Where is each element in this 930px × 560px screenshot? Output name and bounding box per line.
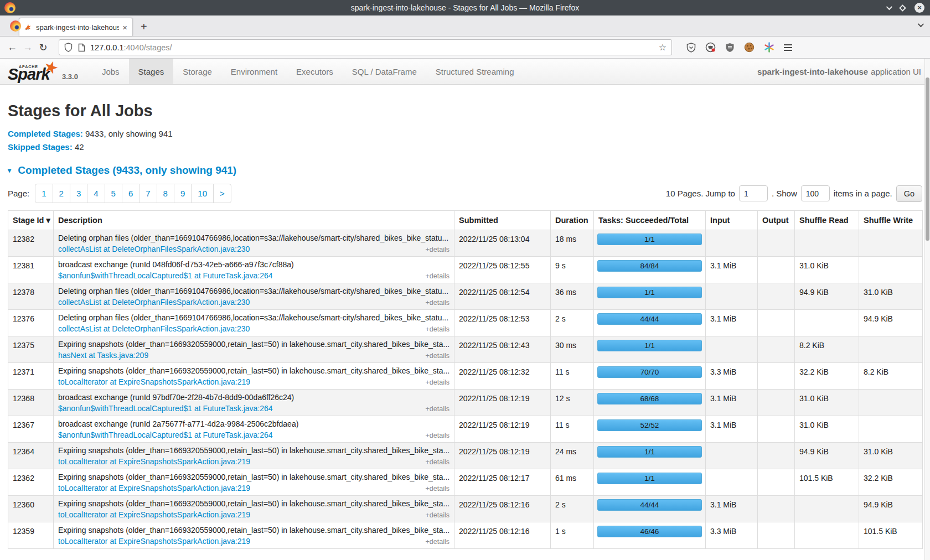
page-scrollbar[interactable] xyxy=(924,59,930,560)
details-toggle[interactable]: +details xyxy=(426,299,450,307)
go-button[interactable]: Go xyxy=(896,185,922,202)
completed-stages-label[interactable]: Completed Stages: xyxy=(8,129,83,138)
column-header-output[interactable]: Output xyxy=(758,211,795,230)
tasks-progress-bar: 68/68 xyxy=(597,393,702,405)
details-toggle[interactable]: +details xyxy=(426,378,450,386)
stage-callsite-link[interactable]: toLocalIterator at ExpireSnapshotsSparkA… xyxy=(58,510,250,519)
column-header-stage-id[interactable]: Stage Id ▾ xyxy=(8,211,54,230)
nav-tab-stages[interactable]: Stages xyxy=(129,59,174,84)
column-header-shuffle-read[interactable]: Shuffle Read xyxy=(795,211,859,230)
application-name: spark-ingest-into-lakehouse xyxy=(757,67,868,76)
url-bar[interactable]: 127.0.0.1:4040/stages/ ☆ xyxy=(59,39,672,55)
page-button-6[interactable]: 6 xyxy=(122,184,139,203)
minimize-icon[interactable] xyxy=(886,4,892,10)
page-info-icon[interactable] xyxy=(78,43,85,52)
refresh-button[interactable]: ↻ xyxy=(35,42,51,54)
output-cell xyxy=(758,310,795,336)
page-button-9[interactable]: 9 xyxy=(174,184,191,203)
tab-title: spark-ingest-into-lakehous xyxy=(36,23,119,32)
page-title: Stages for All Jobs xyxy=(8,102,922,120)
stage-callsite-link[interactable]: $anonfun$withThreadLocalCaptured$1 at Fu… xyxy=(58,404,273,413)
nav-tab-executors[interactable]: Executors xyxy=(287,59,343,84)
ublock-shield-icon[interactable] xyxy=(725,43,735,53)
shuffle-read-cell xyxy=(795,496,859,522)
submitted-cell: 2022/11/25 08:12:19 xyxy=(454,443,551,469)
stage-callsite-link[interactable]: $anonfun$withThreadLocalCaptured$1 at Fu… xyxy=(58,431,273,439)
nav-tab-structured-streaming[interactable]: Structured Streaming xyxy=(426,59,524,84)
maximize-icon[interactable] xyxy=(899,4,906,12)
section-title: Completed Stages (9433, only showing 941… xyxy=(18,164,236,176)
browser-tab[interactable]: spark-ingest-into-lakehous × xyxy=(19,18,133,36)
close-window-icon[interactable]: × xyxy=(914,3,924,13)
table-row: 12376 Deleting orphan files (older_than=… xyxy=(8,310,923,336)
bookmark-star-icon[interactable]: ☆ xyxy=(659,42,666,53)
stage-callsite-link[interactable]: toLocalIterator at ExpireSnapshotsSparkA… xyxy=(58,537,250,546)
jump-to-page-input[interactable] xyxy=(739,185,768,201)
column-header-shuffle-write[interactable]: Shuffle Write xyxy=(859,211,923,230)
shuffle-read-cell xyxy=(795,310,859,336)
menu-icon[interactable] xyxy=(784,43,792,53)
details-toggle[interactable]: +details xyxy=(426,405,450,413)
page-button-3[interactable]: 3 xyxy=(70,184,87,203)
submitted-cell: 2022/11/25 08:12:53 xyxy=(454,310,551,336)
column-header-description[interactable]: Description xyxy=(54,211,454,230)
details-toggle[interactable]: +details xyxy=(426,246,450,253)
page-button-1[interactable]: 1 xyxy=(35,184,52,203)
details-toggle[interactable]: +details xyxy=(426,272,450,280)
cookie-icon[interactable] xyxy=(744,42,755,53)
column-header-input[interactable]: Input xyxy=(706,211,758,230)
details-toggle[interactable]: +details xyxy=(426,432,450,439)
table-row: 12367 broadcast exchange (runId 2a75677f… xyxy=(8,416,923,443)
page-button-4[interactable]: 4 xyxy=(87,184,104,203)
extension-asterisk-icon[interactable] xyxy=(764,42,774,53)
column-header-duration[interactable]: Duration xyxy=(551,211,594,230)
page-button-10[interactable]: 10 xyxy=(191,184,213,203)
nav-tab-environment[interactable]: Environment xyxy=(221,59,287,84)
duration-cell: 61 ms xyxy=(551,469,594,496)
table-row: 12368 broadcast exchange (runId 97bdf70e… xyxy=(8,390,923,416)
stage-callsite-link[interactable]: collectAsList at DeleteOrphanFilesSparkA… xyxy=(58,298,250,307)
details-toggle[interactable]: +details xyxy=(426,458,450,466)
page-button-2[interactable]: 2 xyxy=(53,184,70,203)
table-row: 12359 Expiring snapshots (older_than=166… xyxy=(8,522,923,549)
shield-permissions-icon[interactable] xyxy=(64,43,73,52)
skipped-stages-label[interactable]: Skipped Stages: xyxy=(8,142,73,152)
url-path: :4040/stages/ xyxy=(123,43,172,52)
stage-id-cell: 12360 xyxy=(8,496,54,522)
spark-logo[interactable]: ★ APACHE Spark xyxy=(7,60,58,84)
page-button-5[interactable]: 5 xyxy=(105,184,122,203)
items-per-page-input[interactable] xyxy=(801,185,830,201)
pocket-shield-icon[interactable] xyxy=(686,43,696,53)
nav-tab-sql-dataframe[interactable]: SQL / DataFrame xyxy=(343,59,426,84)
details-toggle[interactable]: +details xyxy=(426,352,450,360)
stage-callsite-link[interactable]: $anonfun$withThreadLocalCaptured$1 at Fu… xyxy=(58,271,273,280)
stage-callsite-link[interactable]: toLocalIterator at ExpireSnapshotsSparkA… xyxy=(58,377,250,386)
forward-button[interactable]: → xyxy=(20,42,35,53)
new-tab-button[interactable]: + xyxy=(141,21,147,32)
column-header-submitted[interactable]: Submitted xyxy=(454,211,551,230)
details-toggle[interactable]: +details xyxy=(426,538,450,546)
tab-close-icon[interactable]: × xyxy=(122,23,127,32)
stage-callsite-link[interactable]: toLocalIterator at ExpireSnapshotsSparkA… xyxy=(58,484,250,492)
next-page-button[interactable]: > xyxy=(213,184,231,203)
stage-callsite-link[interactable]: collectAsList at DeleteOrphanFilesSparkA… xyxy=(58,245,250,253)
completed-stages-section-header[interactable]: ▾ Completed Stages (9433, only showing 9… xyxy=(8,164,922,177)
stage-callsite-link[interactable]: toLocalIterator at ExpireSnapshotsSparkA… xyxy=(58,457,250,466)
page-button-7[interactable]: 7 xyxy=(139,184,156,203)
stage-callsite-link[interactable]: hasNext at Tasks.java:209 xyxy=(58,351,148,360)
scrollbar-thumb[interactable] xyxy=(926,77,929,241)
page-button-8[interactable]: 8 xyxy=(157,184,174,203)
account-mask-icon[interactable] xyxy=(705,42,716,53)
table-row: 12375 Expiring snapshots (older_than=166… xyxy=(8,336,923,363)
nav-tab-storage[interactable]: Storage xyxy=(173,59,221,84)
list-all-tabs-icon[interactable] xyxy=(918,19,922,29)
details-toggle[interactable]: +details xyxy=(426,485,450,492)
column-header-tasks-succeeded-total[interactable]: Tasks: Succeeded/Total xyxy=(594,211,706,230)
back-button[interactable]: ← xyxy=(4,42,20,53)
duration-cell: 30 ms xyxy=(551,336,594,363)
details-toggle[interactable]: +details xyxy=(426,325,450,333)
nav-tab-jobs[interactable]: Jobs xyxy=(92,59,129,84)
stage-callsite-link[interactable]: collectAsList at DeleteOrphanFilesSparkA… xyxy=(58,324,250,333)
details-toggle[interactable]: +details xyxy=(426,511,450,519)
pagination-row: Page: 12345678910> 10 Pages. Jump to . S… xyxy=(8,184,922,203)
